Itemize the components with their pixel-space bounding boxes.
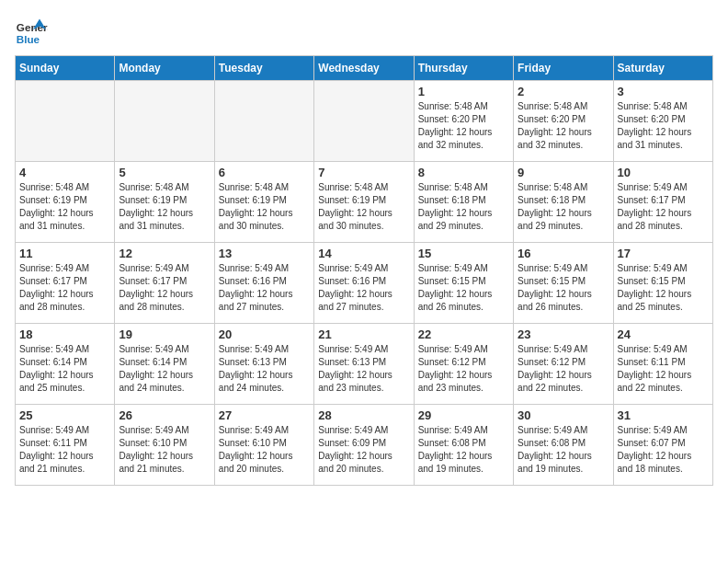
day-number: 4 [19, 166, 110, 179]
day-info: Sunrise: 5:49 AM Sunset: 6:13 PM Dayligh… [219, 343, 310, 395]
calendar-day-cell [16, 81, 115, 162]
calendar-week-row: 25Sunrise: 5:49 AM Sunset: 6:11 PM Dayli… [16, 405, 713, 486]
calendar-day-cell: 16Sunrise: 5:49 AM Sunset: 6:15 PM Dayli… [514, 243, 613, 324]
day-info: Sunrise: 5:48 AM Sunset: 6:18 PM Dayligh… [518, 181, 609, 233]
calendar-day-cell: 17Sunrise: 5:49 AM Sunset: 6:15 PM Dayli… [613, 243, 712, 324]
day-number: 21 [318, 327, 409, 341]
calendar-week-row: 4Sunrise: 5:48 AM Sunset: 6:19 PM Daylig… [16, 162, 713, 243]
day-info: Sunrise: 5:49 AM Sunset: 6:15 PM Dayligh… [518, 262, 609, 314]
day-info: Sunrise: 5:49 AM Sunset: 6:14 PM Dayligh… [119, 343, 210, 395]
calendar-table: SundayMondayTuesdayWednesdayThursdayFrid… [15, 55, 713, 486]
page-header: General Blue [15, 15, 713, 48]
day-info: Sunrise: 5:48 AM Sunset: 6:20 PM Dayligh… [418, 100, 509, 152]
logo: General Blue [15, 15, 48, 48]
day-number: 5 [119, 166, 210, 179]
day-info: Sunrise: 5:49 AM Sunset: 6:09 PM Dayligh… [318, 424, 409, 476]
calendar-day-cell: 8Sunrise: 5:48 AM Sunset: 6:18 PM Daylig… [414, 162, 513, 243]
calendar-day-cell: 18Sunrise: 5:49 AM Sunset: 6:14 PM Dayli… [16, 324, 115, 405]
day-info: Sunrise: 5:49 AM Sunset: 6:07 PM Dayligh… [618, 424, 709, 476]
day-number: 7 [318, 166, 409, 179]
day-number: 9 [518, 166, 609, 179]
svg-text:Blue: Blue [17, 33, 40, 45]
day-info: Sunrise: 5:49 AM Sunset: 6:13 PM Dayligh… [318, 343, 409, 395]
weekday-header-row: SundayMondayTuesdayWednesdayThursdayFrid… [16, 56, 713, 81]
day-number: 11 [19, 247, 110, 260]
day-number: 23 [518, 327, 609, 341]
calendar-day-cell: 20Sunrise: 5:49 AM Sunset: 6:13 PM Dayli… [214, 324, 313, 405]
calendar-body: 1Sunrise: 5:48 AM Sunset: 6:20 PM Daylig… [16, 81, 713, 486]
calendar-day-cell: 23Sunrise: 5:49 AM Sunset: 6:12 PM Dayli… [514, 324, 613, 405]
day-number: 16 [518, 247, 609, 260]
day-info: Sunrise: 5:48 AM Sunset: 6:18 PM Dayligh… [418, 181, 509, 233]
day-info: Sunrise: 5:49 AM Sunset: 6:15 PM Dayligh… [618, 262, 709, 314]
day-number: 3 [618, 85, 709, 98]
day-number: 13 [219, 247, 310, 260]
day-number: 20 [219, 327, 310, 341]
day-number: 31 [618, 408, 709, 422]
day-number: 17 [618, 247, 709, 260]
calendar-day-cell: 10Sunrise: 5:49 AM Sunset: 6:17 PM Dayli… [613, 162, 712, 243]
day-info: Sunrise: 5:49 AM Sunset: 6:15 PM Dayligh… [418, 262, 509, 314]
day-info: Sunrise: 5:49 AM Sunset: 6:17 PM Dayligh… [19, 262, 110, 314]
day-number: 14 [318, 247, 409, 260]
day-info: Sunrise: 5:48 AM Sunset: 6:19 PM Dayligh… [318, 181, 409, 233]
calendar-day-cell: 6Sunrise: 5:48 AM Sunset: 6:19 PM Daylig… [214, 162, 313, 243]
day-number: 12 [119, 247, 210, 260]
day-number: 1 [418, 85, 509, 98]
day-number: 26 [119, 408, 210, 422]
calendar-day-cell: 26Sunrise: 5:49 AM Sunset: 6:10 PM Dayli… [115, 405, 214, 486]
calendar-day-cell: 24Sunrise: 5:49 AM Sunset: 6:11 PM Dayli… [613, 324, 712, 405]
weekday-header-tuesday: Tuesday [214, 56, 313, 81]
calendar-day-cell: 11Sunrise: 5:49 AM Sunset: 6:17 PM Dayli… [16, 243, 115, 324]
day-number: 30 [518, 408, 609, 422]
calendar-day-cell: 12Sunrise: 5:49 AM Sunset: 6:17 PM Dayli… [115, 243, 214, 324]
day-info: Sunrise: 5:49 AM Sunset: 6:10 PM Dayligh… [119, 424, 210, 476]
day-info: Sunrise: 5:49 AM Sunset: 6:08 PM Dayligh… [418, 424, 509, 476]
calendar-day-cell: 29Sunrise: 5:49 AM Sunset: 6:08 PM Dayli… [414, 405, 513, 486]
day-number: 19 [119, 327, 210, 341]
day-number: 6 [219, 166, 310, 179]
calendar-day-cell: 31Sunrise: 5:49 AM Sunset: 6:07 PM Dayli… [613, 405, 712, 486]
calendar-day-cell [115, 81, 214, 162]
calendar-day-cell: 13Sunrise: 5:49 AM Sunset: 6:16 PM Dayli… [214, 243, 313, 324]
day-info: Sunrise: 5:48 AM Sunset: 6:19 PM Dayligh… [19, 181, 110, 233]
calendar-day-cell: 19Sunrise: 5:49 AM Sunset: 6:14 PM Dayli… [115, 324, 214, 405]
day-info: Sunrise: 5:49 AM Sunset: 6:14 PM Dayligh… [19, 343, 110, 395]
calendar-week-row: 11Sunrise: 5:49 AM Sunset: 6:17 PM Dayli… [16, 243, 713, 324]
calendar-day-cell: 15Sunrise: 5:49 AM Sunset: 6:15 PM Dayli… [414, 243, 513, 324]
logo-icon: General Blue [15, 15, 48, 48]
day-info: Sunrise: 5:48 AM Sunset: 6:20 PM Dayligh… [618, 100, 709, 152]
day-info: Sunrise: 5:49 AM Sunset: 6:16 PM Dayligh… [219, 262, 310, 314]
calendar-day-cell: 4Sunrise: 5:48 AM Sunset: 6:19 PM Daylig… [16, 162, 115, 243]
calendar-day-cell [214, 81, 313, 162]
day-number: 29 [418, 408, 509, 422]
calendar-day-cell: 2Sunrise: 5:48 AM Sunset: 6:20 PM Daylig… [514, 81, 613, 162]
day-number: 8 [418, 166, 509, 179]
day-number: 15 [418, 247, 509, 260]
weekday-header-saturday: Saturday [613, 56, 712, 81]
day-number: 27 [219, 408, 310, 422]
day-number: 28 [318, 408, 409, 422]
day-number: 18 [19, 327, 110, 341]
day-info: Sunrise: 5:48 AM Sunset: 6:20 PM Dayligh… [518, 100, 609, 152]
calendar-day-cell: 14Sunrise: 5:49 AM Sunset: 6:16 PM Dayli… [314, 243, 414, 324]
calendar-day-cell: 3Sunrise: 5:48 AM Sunset: 6:20 PM Daylig… [613, 81, 712, 162]
day-info: Sunrise: 5:49 AM Sunset: 6:16 PM Dayligh… [318, 262, 409, 314]
day-info: Sunrise: 5:48 AM Sunset: 6:19 PM Dayligh… [219, 181, 310, 233]
day-info: Sunrise: 5:49 AM Sunset: 6:10 PM Dayligh… [219, 424, 310, 476]
weekday-header-monday: Monday [115, 56, 214, 81]
day-info: Sunrise: 5:48 AM Sunset: 6:19 PM Dayligh… [119, 181, 210, 233]
weekday-header-friday: Friday [514, 56, 613, 81]
calendar-day-cell: 30Sunrise: 5:49 AM Sunset: 6:08 PM Dayli… [514, 405, 613, 486]
day-number: 22 [418, 327, 509, 341]
calendar-day-cell: 27Sunrise: 5:49 AM Sunset: 6:10 PM Dayli… [214, 405, 313, 486]
calendar-day-cell: 1Sunrise: 5:48 AM Sunset: 6:20 PM Daylig… [414, 81, 513, 162]
day-info: Sunrise: 5:49 AM Sunset: 6:12 PM Dayligh… [518, 343, 609, 395]
day-info: Sunrise: 5:49 AM Sunset: 6:11 PM Dayligh… [19, 424, 110, 476]
weekday-header-thursday: Thursday [414, 56, 513, 81]
day-number: 25 [19, 408, 110, 422]
calendar-day-cell: 7Sunrise: 5:48 AM Sunset: 6:19 PM Daylig… [314, 162, 414, 243]
calendar-day-cell: 9Sunrise: 5:48 AM Sunset: 6:18 PM Daylig… [514, 162, 613, 243]
calendar-week-row: 1Sunrise: 5:48 AM Sunset: 6:20 PM Daylig… [16, 81, 713, 162]
day-info: Sunrise: 5:49 AM Sunset: 6:17 PM Dayligh… [618, 181, 709, 233]
